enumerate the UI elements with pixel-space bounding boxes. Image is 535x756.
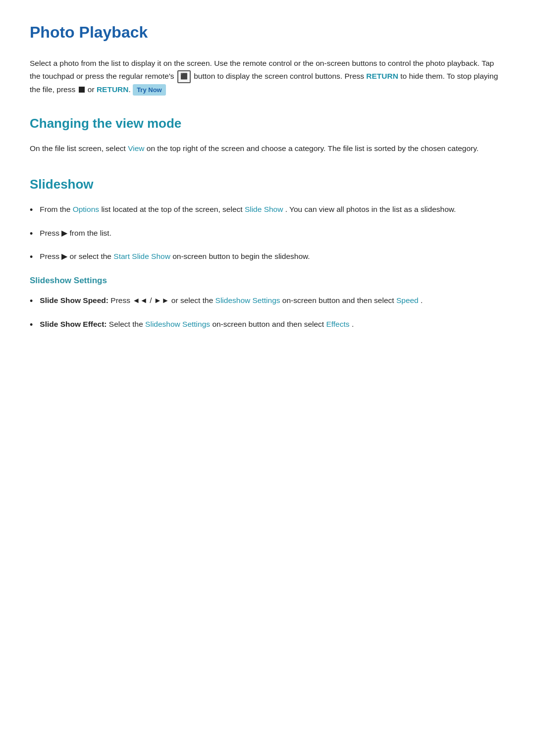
bullet-3-text-before: Press ▶ or select the xyxy=(40,252,111,260)
sub-bullet-2-text-before: Select the xyxy=(109,320,143,328)
subsection-slideshow-settings: Slideshow Settings Slide Show Speed: Pre… xyxy=(30,274,505,333)
list-item: Slide Show Speed: Press ◄◄ / ►► or selec… xyxy=(30,294,505,309)
sub-bullet-2-content: Slide Show Effect: Select the Slideshow … xyxy=(40,318,354,331)
sub-bullet-1-text-middle: on-screen button and then select xyxy=(282,296,394,304)
bullet-1-content: From the Options list located at the top… xyxy=(40,203,456,216)
slideshow-bullet-list: From the Options list located at the top… xyxy=(30,203,505,265)
slideshow-settings-bullet-list: Slide Show Speed: Press ◄◄ / ►► or selec… xyxy=(30,294,505,332)
slideshow-settings-link-2[interactable]: Slideshow Settings xyxy=(145,320,210,328)
bullet-2-content: Press ▶ from the list. xyxy=(40,227,111,240)
return-link-2[interactable]: RETURN xyxy=(97,85,129,94)
slide-show-effect-label: Slide Show Effect: xyxy=(40,320,107,328)
view-mode-text-after: on the top right of the screen and choos… xyxy=(147,144,479,152)
try-now-badge[interactable]: Try Now xyxy=(133,84,166,96)
section-heading-view-mode: Changing the view mode xyxy=(30,113,505,134)
bullet-1-text-before: From the xyxy=(40,205,70,213)
sub-bullet-1-content: Slide Show Speed: Press ◄◄ / ►► or selec… xyxy=(40,294,423,307)
remote-button-icon: ⬛ xyxy=(177,70,191,83)
effects-link[interactable]: Effects xyxy=(326,320,349,328)
sub-bullet-1-text-before: Press ◄◄ / ►► or select the xyxy=(110,296,213,304)
section-slideshow: Slideshow From the Options list located … xyxy=(30,174,505,332)
start-slide-show-link[interactable]: Start Slide Show xyxy=(113,252,170,260)
or-text: or xyxy=(88,85,97,94)
stop-icon xyxy=(79,87,85,93)
slide-show-link[interactable]: Slide Show xyxy=(245,205,283,213)
list-item: Press ▶ from the list. xyxy=(30,227,505,242)
view-mode-text-before: On the file list screen, select xyxy=(30,144,126,152)
list-item: Press ▶ or select the Start Slide Show o… xyxy=(30,250,505,265)
return-link-1[interactable]: RETURN xyxy=(366,72,398,80)
speed-link[interactable]: Speed xyxy=(396,296,419,304)
sub-bullet-2-text-middle: on-screen button and then select xyxy=(212,320,324,328)
section-heading-slideshow: Slideshow xyxy=(30,174,505,195)
view-mode-paragraph: On the file list screen, select View on … xyxy=(30,142,505,155)
list-item: From the Options list located at the top… xyxy=(30,203,505,218)
view-link[interactable]: View xyxy=(128,144,144,152)
bullet-3-text-after: on-screen button to begin the slideshow. xyxy=(172,252,310,260)
sub-bullet-2-text-after: . xyxy=(352,320,354,328)
sub-bullet-1-text-after: . xyxy=(421,296,423,304)
slide-show-speed-label: Slide Show Speed: xyxy=(40,296,108,304)
bullet-1-text-between: list located at the top of the screen, s… xyxy=(101,205,242,213)
period: . xyxy=(129,85,133,94)
slideshow-settings-link-1[interactable]: Slideshow Settings xyxy=(215,296,280,304)
section-changing-view-mode: Changing the view mode On the file list … xyxy=(30,113,505,154)
bullet-1-text-after: . You can view all photos in the list as… xyxy=(285,205,456,213)
list-item: Slide Show Effect: Select the Slideshow … xyxy=(30,318,505,333)
page-title: Photo Playback xyxy=(30,20,505,45)
intro-paragraph: Select a photo from the list to display … xyxy=(30,57,505,96)
options-link[interactable]: Options xyxy=(73,205,99,213)
subsection-heading-slideshow-settings: Slideshow Settings xyxy=(30,274,505,287)
intro-text-after-remote: button to display the screen control but… xyxy=(194,72,366,80)
bullet-3-content: Press ▶ or select the Start Slide Show o… xyxy=(40,250,310,263)
